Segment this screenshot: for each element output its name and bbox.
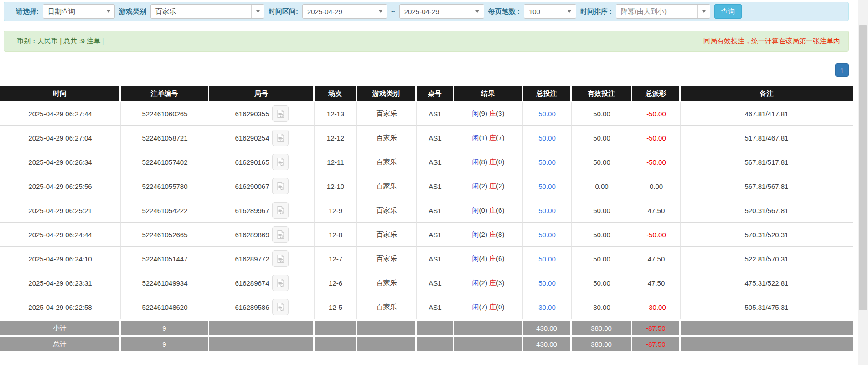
player-score: (7) (479, 303, 487, 311)
cell-time: 2025-04-29 06:24:10 (0, 247, 121, 271)
cell-game-category: 百家乐 (357, 271, 417, 295)
cell-bet-id: 522461052665 (121, 223, 209, 247)
query-type-select[interactable]: 日期查询 (43, 4, 115, 19)
video-replay-icon-button[interactable] (272, 154, 289, 170)
cell-total-bet-link[interactable]: 50.00 (523, 150, 572, 174)
game-category-select[interactable]: 百家乐 (150, 4, 264, 19)
cell-table-no: AS1 (417, 102, 454, 126)
video-replay-icon-button[interactable] (272, 130, 289, 146)
table-row: 2025-04-29 06:27:44 522461060265 6162903… (0, 102, 852, 126)
cell-session: 12-13 (315, 102, 357, 126)
col-header-valid-bet: 有效投注 (572, 86, 632, 102)
cell-total-payout: -50.00 (632, 102, 681, 126)
subtotal-empty-cell (209, 319, 315, 335)
total-empty-cell (681, 335, 852, 351)
cell-result: 闲(0) 庄(6) (454, 198, 523, 223)
cell-remark: 567.81/517.81 (681, 150, 852, 174)
video-replay-icon-button[interactable] (272, 178, 289, 194)
cell-total-payout: -50.00 (632, 126, 681, 150)
round-id-value: 616289586 (235, 303, 269, 311)
banker-score: (3) (496, 110, 504, 117)
player-score: (2) (479, 230, 487, 238)
cell-valid-bet: 30.00 (572, 295, 632, 319)
video-replay-icon-button[interactable] (272, 105, 289, 122)
cell-remark: 505.31/475.31 (681, 295, 852, 319)
currency-total-text: 币别：人民币 | 总共 :9 注单 | (17, 37, 104, 46)
cell-total-bet-link[interactable]: 30.00 (523, 295, 572, 319)
round-id-value: 616290165 (235, 158, 269, 166)
cell-table-no: AS1 (417, 247, 454, 271)
subtotal-label: 小计 (0, 319, 121, 335)
video-replay-icon-button[interactable] (272, 226, 289, 243)
video-replay-icon (275, 302, 285, 312)
cell-remark: 517.81/467.81 (681, 126, 852, 150)
player-score: (0) (479, 206, 487, 214)
cell-result: 闲(9) 庄(3) (454, 102, 523, 126)
col-header-result: 结果 (454, 86, 523, 102)
time-range-label: 时间区间: (269, 7, 298, 16)
cell-bet-id: 522461048620 (121, 295, 209, 319)
cell-game-category: 百家乐 (357, 126, 417, 150)
cell-bet-id: 522461049934 (121, 271, 209, 295)
cell-valid-bet: 50.00 (572, 223, 632, 247)
total-count: 9 (121, 335, 209, 351)
subtotal-total-bet: 430.00 (523, 319, 572, 335)
table-row: 2025-04-29 06:22:58 522461048620 6162895… (0, 295, 852, 319)
summary-bar: 币别：人民币 | 总共 :9 注单 | 同局有效投注，统一计算在该局第一张注单内 (4, 31, 849, 52)
player-label: 闲 (472, 158, 479, 166)
col-header-table-no: 桌号 (417, 86, 454, 102)
pagination: 1 (4, 63, 849, 77)
col-header-round-id: 局号 (209, 86, 315, 102)
cell-time: 2025-04-29 06:23:31 (0, 271, 121, 295)
cell-table-no: AS1 (417, 223, 454, 247)
cell-game-category: 百家乐 (357, 247, 417, 271)
per-page-select[interactable]: 100 (524, 4, 576, 19)
query-button[interactable]: 查询 (714, 4, 742, 19)
cell-total-bet-link[interactable]: 50.00 (523, 174, 572, 198)
cell-session: 12-6 (315, 271, 357, 295)
cell-total-payout: 47.50 (632, 198, 681, 223)
video-replay-icon (275, 229, 285, 240)
date-from-select[interactable]: 2025-04-29 (302, 4, 387, 19)
subtotal-empty-cell (357, 319, 417, 335)
cell-bet-id: 522461060265 (121, 102, 209, 126)
cell-total-bet-link[interactable]: 50.00 (523, 126, 572, 150)
table-row: 2025-04-29 06:25:21 522461054222 6162899… (0, 198, 852, 223)
table-row: 2025-04-29 06:24:10 522461051447 6162897… (0, 247, 852, 271)
cell-round-id: 616290254 (209, 126, 315, 150)
cell-round-id: 616289967 (209, 198, 315, 223)
player-score: (2) (479, 182, 487, 190)
vertical-scrollbar-thumb[interactable] (859, 25, 867, 310)
cell-total-payout: 0.00 (632, 174, 681, 198)
cell-total-payout: -50.00 (632, 223, 681, 247)
cell-round-id: 616290355 (209, 102, 315, 126)
video-replay-icon (275, 133, 285, 143)
video-replay-icon-button[interactable] (272, 202, 289, 219)
cell-time: 2025-04-29 06:25:21 (0, 198, 121, 223)
cell-total-bet-link[interactable]: 50.00 (523, 271, 572, 295)
cell-total-bet-link[interactable]: 50.00 (523, 102, 572, 126)
date-to-select[interactable]: 2025-04-29 (399, 4, 484, 19)
page-1-button[interactable]: 1 (835, 63, 849, 77)
video-replay-icon-button[interactable] (272, 275, 289, 291)
cell-result: 闲(4) 庄(6) (454, 247, 523, 271)
sort-order-select[interactable]: 降冪(由大到小) (616, 4, 710, 19)
banker-label: 庄 (489, 182, 496, 190)
cell-total-bet-link[interactable]: 50.00 (523, 247, 572, 271)
video-replay-icon-button[interactable] (272, 299, 289, 315)
date-to-value: 2025-04-29 (400, 8, 471, 16)
cell-remark: 570.31/520.31 (681, 223, 852, 247)
cell-time: 2025-04-29 06:27:44 (0, 102, 121, 126)
cell-bet-id: 522461057402 (121, 150, 209, 174)
cell-total-bet-link[interactable]: 50.00 (523, 223, 572, 247)
cell-game-category: 百家乐 (357, 295, 417, 319)
vertical-scrollbar-track[interactable] (858, 0, 868, 365)
cell-valid-bet: 0.00 (572, 174, 632, 198)
round-id-value: 616289967 (235, 207, 269, 214)
cell-bet-id: 522461054222 (121, 198, 209, 223)
video-replay-icon-button[interactable] (272, 250, 289, 267)
banker-label: 庄 (489, 255, 496, 262)
player-label: 闲 (472, 255, 479, 262)
player-label: 闲 (472, 279, 479, 287)
cell-total-bet-link[interactable]: 50.00 (523, 198, 572, 223)
